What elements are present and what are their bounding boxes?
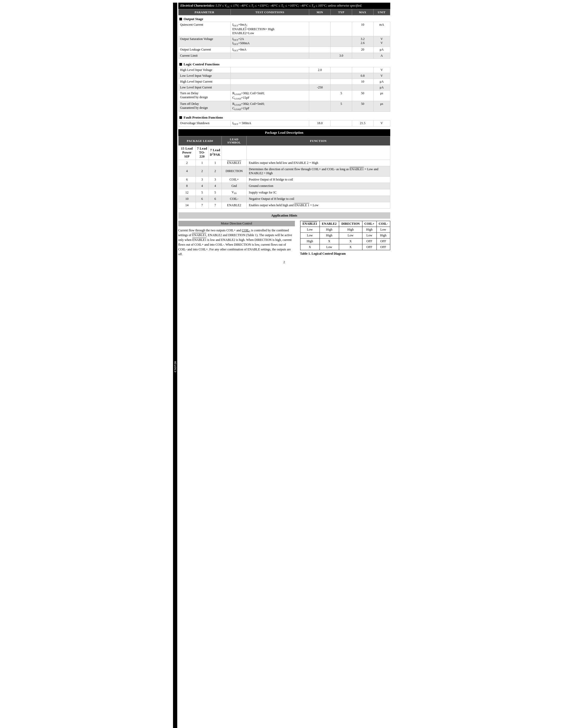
lead15-cell: 8 bbox=[178, 183, 195, 189]
lead7to-cell: 7 bbox=[195, 202, 209, 209]
param-cell: Output Saturation Voltage bbox=[178, 36, 231, 47]
unit-cell: μs bbox=[373, 101, 390, 112]
typ-cell: 5 bbox=[331, 91, 352, 101]
table-row: 14 7 7 ENABLE2 Enables output when held … bbox=[178, 202, 390, 209]
min-cell bbox=[309, 36, 331, 47]
function-cell: Enables output when held high and ENABLE… bbox=[247, 202, 390, 209]
unit-cell: μA bbox=[373, 47, 390, 53]
typ-cell: 5 bbox=[331, 101, 352, 112]
col-7to220: 7 LeadTO-220 bbox=[195, 145, 209, 160]
param-cell: Current Limit bbox=[178, 53, 231, 59]
typ-cell bbox=[331, 22, 352, 36]
unit-cell: V bbox=[373, 120, 390, 126]
min-cell bbox=[309, 73, 331, 79]
min-cell bbox=[309, 79, 331, 85]
spacer-row bbox=[178, 59, 390, 61]
section-label: Fault Protection Functions bbox=[183, 115, 223, 120]
app-right-column: ENABLE1 ENABLE2 DIRECTION COIL+ COIL- Lo… bbox=[300, 221, 390, 256]
col-header-parameter: PARAMETER bbox=[178, 9, 231, 15]
unit-cell: V bbox=[373, 73, 390, 79]
section-logic-control: Logic Control Functions bbox=[178, 61, 390, 67]
max-cell bbox=[352, 53, 373, 59]
col-15lead: 15 LeadPower SIP bbox=[178, 145, 195, 160]
test-cell: IOUT=0mA;ENABLE1=DIRECTION= HighENABLE2=… bbox=[231, 22, 309, 36]
side-label: CS3720 bbox=[173, 3, 177, 728]
test-cell: IOUT=0mA bbox=[231, 47, 309, 53]
lead7d2-cell: 6 bbox=[209, 196, 222, 202]
lead7to-cell: 1 bbox=[195, 160, 209, 166]
col-enable1-bar: ENABLE1 bbox=[300, 221, 320, 227]
unit-cell: A bbox=[373, 53, 390, 59]
motor-dir-title: Motor Direction Control bbox=[178, 221, 295, 226]
spacer-row bbox=[178, 112, 390, 114]
col-direction: DIRECTION bbox=[339, 221, 362, 227]
function-cell: Determines the direction of current flow… bbox=[247, 166, 390, 176]
table-row: High Level Input Voltage 2.0 V bbox=[178, 67, 390, 73]
param-cell: Output Leakage Current bbox=[178, 47, 231, 53]
table-row: 2 1 1 ENABLE1 Enables output when held l… bbox=[178, 160, 390, 166]
table-row: High Level Input Current 10 μA bbox=[178, 79, 390, 85]
max-cell bbox=[352, 85, 373, 91]
unit-cell: μA bbox=[373, 85, 390, 91]
app-hints-section: Motor Direction Control Current flow thr… bbox=[178, 221, 390, 257]
max-cell: 10 bbox=[352, 22, 373, 36]
col-function-sub bbox=[247, 145, 390, 160]
table-caption: Table 1. Logical Control Diagram bbox=[300, 252, 390, 256]
table-row: Current Limit 3.0 A bbox=[178, 53, 390, 59]
lead7to-cell: 3 bbox=[195, 176, 209, 183]
test-cell: IOUT = 500mA bbox=[231, 120, 309, 126]
symbol-cell: Gnd bbox=[222, 183, 247, 189]
min-cell bbox=[309, 91, 331, 101]
table-row: Output Leakage Current IOUT=0mA 20 μA bbox=[178, 47, 390, 53]
param-cell: Quiescent Current bbox=[178, 22, 231, 36]
max-cell: 21.5 bbox=[352, 120, 373, 126]
test-cell bbox=[231, 85, 309, 91]
unit-cell: mA bbox=[373, 22, 390, 36]
function-cell: Supply voltage for IC bbox=[247, 189, 390, 196]
logic-row: XLowXOFFOFF bbox=[300, 244, 390, 250]
table-row: Quiescent Current IOUT=0mA;ENABLE1=DIREC… bbox=[178, 22, 390, 36]
param-cell: High Level Input Current bbox=[178, 79, 231, 85]
typ-cell bbox=[331, 67, 352, 73]
test-cell bbox=[231, 73, 309, 79]
logic-row: LowHighHighHighLow bbox=[300, 227, 390, 233]
section-fault-protection: Fault Protection Functions bbox=[178, 114, 390, 120]
table-row: 10 6 6 COIL- Negative Output of H bridge… bbox=[178, 196, 390, 202]
symbol-cell: DIRECTION bbox=[222, 166, 247, 176]
table-row: Output Saturation Voltage IOUT=2AIOUT=50… bbox=[178, 36, 390, 47]
param-cell: Overvoltage Shutdown bbox=[178, 120, 231, 126]
lead15-cell: 6 bbox=[178, 176, 195, 183]
lead7to-cell: 4 bbox=[195, 183, 209, 189]
lead7to-cell: 5 bbox=[195, 189, 209, 196]
page-number: 2 bbox=[178, 260, 390, 264]
table-row: 4 2 2 DIRECTION Determines the direction… bbox=[178, 166, 390, 176]
min-cell bbox=[309, 53, 331, 59]
param-cell: High Level Input Voltage bbox=[178, 67, 231, 73]
table-row: Overvoltage Shutdown IOUT = 500mA 18.0 2… bbox=[178, 120, 390, 126]
lead7d2-cell: 5 bbox=[209, 189, 222, 196]
unit-cell: μs bbox=[373, 91, 390, 101]
section-icon bbox=[179, 63, 182, 66]
test-cell bbox=[231, 53, 309, 59]
lead7to-cell: 6 bbox=[195, 196, 209, 202]
table-row: Low Level Input Current -250 μA bbox=[178, 85, 390, 91]
col-coilminus: COIL- bbox=[377, 221, 390, 227]
logic-row: LowHighLowLowHigh bbox=[300, 233, 390, 239]
max-cell: 10 bbox=[352, 79, 373, 85]
col-header-max: MAX bbox=[352, 9, 373, 15]
lead7d2-cell: 4 bbox=[209, 183, 222, 189]
min-cell bbox=[309, 47, 331, 53]
table-row: Turn on DelayGuaranteed by design RLOAD=… bbox=[178, 91, 390, 101]
unit-cell: VV bbox=[373, 36, 390, 47]
symbol-cell: ENABLE2 bbox=[222, 202, 247, 209]
table-row: 6 3 3 COIL+ Positive Output of H bridge … bbox=[178, 176, 390, 183]
app-body-text: Current flow through the two outputs COI… bbox=[178, 228, 295, 257]
table-row: Turn off DelayGuaranteed by design RLOAD… bbox=[178, 101, 390, 112]
lead15-cell: 10 bbox=[178, 196, 195, 202]
param-cell: Turn on DelayGuaranteed by design bbox=[178, 91, 231, 101]
max-cell: 0.8 bbox=[352, 73, 373, 79]
elec-characteristics-header: Electrical Characteristics: 5.5V ≤ VCC ≤… bbox=[178, 3, 390, 9]
typ-cell bbox=[331, 120, 352, 126]
col-7d2pak: 7 LeadD2PAK bbox=[209, 145, 222, 160]
max-cell: 3.22.6 bbox=[352, 36, 373, 47]
